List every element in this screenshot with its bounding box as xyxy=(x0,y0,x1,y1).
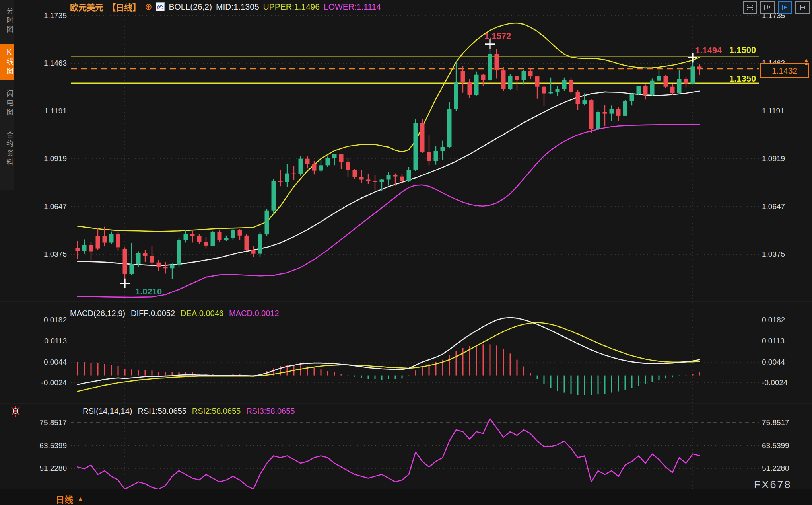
period-tag[interactable]: 【日线】 xyxy=(107,1,141,13)
last-price-tag: 1.1432 xyxy=(760,63,809,78)
chart-app: 分时图K线图闪电图合约资料 欧元美元 【日线】 ⊕ BOLL(26,2) MID… xyxy=(0,0,812,505)
macd-axis-label-left: 0.0182 xyxy=(36,316,67,324)
period-selector[interactable]: 日线 ▲ xyxy=(56,493,84,505)
period-selector-label: 日线 xyxy=(56,493,73,505)
boll-params-label: BOLL(26,2) xyxy=(169,2,212,12)
resistance-price-label: 1.1500 xyxy=(729,45,756,55)
main-axis-label-left: 1.1191 xyxy=(36,107,67,115)
sidebar-item-合约资料[interactable]: 合约资料 xyxy=(0,127,14,172)
rsi-axis-label-left: 51.2280 xyxy=(36,464,67,473)
trend-play-icon[interactable] xyxy=(778,1,792,14)
rsi-header: RSI(14,14,14) RSI1:58.0655 RSI2:58.0655 … xyxy=(83,407,295,416)
rsi-axis-label-right: 51.2280 xyxy=(762,464,789,473)
main-axis-label-left: 1.0375 xyxy=(36,250,67,259)
macd-diff-value: DIFF:0.0052 xyxy=(131,309,175,318)
rsi-axis-label-left: 63.5399 xyxy=(36,441,67,450)
sidebar-item-闪电图[interactable]: 闪电图 xyxy=(0,86,14,121)
boll-mid-value: MID:1.1305 xyxy=(216,2,259,12)
chart-plot-area[interactable] xyxy=(0,0,812,505)
sidebar-item-K线图[interactable]: K线图 xyxy=(0,44,14,80)
alert-burst-icon[interactable] xyxy=(10,405,21,419)
compress-axis-icon[interactable] xyxy=(795,1,810,14)
rsi-params-label: RSI(14,14,14) xyxy=(83,407,132,416)
triangle-up-icon: ▲ xyxy=(77,495,84,503)
main-axis-label-left: 1.0919 xyxy=(36,154,67,163)
main-axis-label-left: 1.0647 xyxy=(36,202,67,211)
main-axis-label-left: 1.1735 xyxy=(36,11,67,20)
main-axis-label-right: 1.0647 xyxy=(762,202,785,211)
macd-axis-label-left: -0.0024 xyxy=(36,378,67,387)
macd-axis-label-right: -0.0024 xyxy=(762,378,787,387)
rsi-axis-label-left: 75.8517 xyxy=(36,418,67,427)
time-axis-band xyxy=(0,489,812,505)
boll-upper-value: UPPER:1.1496 xyxy=(263,2,320,12)
low-price-label: 1.0210 xyxy=(135,287,162,297)
macd-axis-label-left: 0.0044 xyxy=(36,358,67,367)
sidebar: 分时图K线图闪电图合约资料 xyxy=(0,0,14,190)
sidebar-item-分时图[interactable]: 分时图 xyxy=(0,3,14,39)
main-axis-label-right: 1.1191 xyxy=(762,107,785,115)
high-price-label: 1.1572 xyxy=(484,31,511,41)
add-indicator-icon[interactable]: ⊕ xyxy=(145,3,152,11)
main-axis-label-left: 1.1463 xyxy=(36,59,67,68)
rsi-axis-label-right: 63.5399 xyxy=(762,441,789,450)
chart-header: 欧元美元 【日线】 ⊕ BOLL(26,2) MID:1.1305 UPPER:… xyxy=(70,1,381,13)
rsi1-value: RSI1:58.0655 xyxy=(138,407,186,416)
macd-axis-label-right: 0.0113 xyxy=(762,337,785,345)
main-axis-label-right: 1.0375 xyxy=(762,250,785,259)
rsi2-value: RSI2:58.0655 xyxy=(192,407,241,416)
main-axis-label-right: 1.0919 xyxy=(762,154,785,163)
symbol-title: 欧元美元 xyxy=(70,1,103,13)
crosshair-icon[interactable] xyxy=(743,1,757,14)
macd-params-label: MACD(26,12,9) xyxy=(70,309,125,318)
recent-high-price-label: 1.1494 xyxy=(695,45,722,56)
price-up-marker-icon[interactable]: ▲▲ xyxy=(804,58,809,65)
macd-header: MACD(26,12,9) DIFF:0.0052 DEA:0.0046 MAC… xyxy=(70,309,279,318)
watermark: FX678 xyxy=(754,479,792,491)
macd-axis-label-left: 0.0113 xyxy=(36,337,67,345)
rsi-axis-label-right: 75.8517 xyxy=(762,418,789,427)
mini-chart-icon xyxy=(156,2,165,11)
support-price-label: 1.1350 xyxy=(729,74,756,84)
macd-axis-label-right: 0.0182 xyxy=(762,316,785,324)
chart-toolbar xyxy=(743,1,810,14)
macd-macd-value: MACD:0.0012 xyxy=(229,309,279,318)
macd-dea-value: DEA:0.0046 xyxy=(181,309,223,318)
kline-scale-icon[interactable] xyxy=(760,1,775,14)
macd-axis-label-right: 0.0044 xyxy=(762,358,785,367)
rsi3-value: RSI3:58.0655 xyxy=(246,407,295,416)
boll-lower-value: LOWER:1.1114 xyxy=(324,2,381,12)
